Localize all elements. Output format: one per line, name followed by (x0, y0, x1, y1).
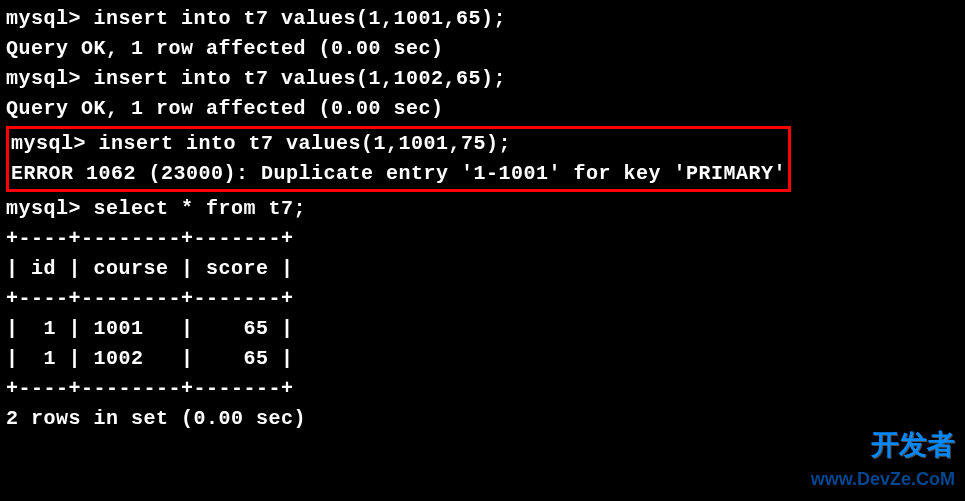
table-separator: +----+--------+-------+ (6, 224, 959, 254)
watermark: 开发者 www.DevZe.CoM (811, 424, 955, 493)
mysql-prompt: mysql> (6, 67, 94, 90)
table-row: | 1 | 1001 | 65 | (6, 314, 959, 344)
mysql-prompt: mysql> (6, 7, 94, 30)
sql-command: select * from t7; (94, 197, 307, 220)
error-highlight-box: mysql> insert into t7 values(1,1001,75);… (6, 126, 791, 192)
cmd-line-2: mysql> insert into t7 values(1,1002,65); (6, 64, 959, 94)
cmd-line-1: mysql> insert into t7 values(1,1001,65); (6, 4, 959, 34)
mysql-prompt: mysql> (6, 197, 94, 220)
result-line-1: Query OK, 1 row affected (0.00 sec) (6, 34, 959, 64)
cmd-line-3: mysql> insert into t7 values(1,1001,75); (9, 129, 788, 159)
sql-command: insert into t7 values(1,1002,65); (94, 67, 507, 90)
table-header: | id | course | score | (6, 254, 959, 284)
sql-command: insert into t7 values(1,1001,75); (99, 132, 512, 155)
result-line-2: Query OK, 1 row affected (0.00 sec) (6, 94, 959, 124)
mysql-prompt: mysql> (11, 132, 99, 155)
table-separator: +----+--------+-------+ (6, 284, 959, 314)
watermark-cn-text: 开发者 (811, 424, 955, 466)
sql-command: insert into t7 values(1,1001,65); (94, 7, 507, 30)
table-separator: +----+--------+-------+ (6, 374, 959, 404)
cmd-line-4: mysql> select * from t7; (6, 194, 959, 224)
table-row: | 1 | 1002 | 65 | (6, 344, 959, 374)
error-line: ERROR 1062 (23000): Duplicate entry '1-1… (9, 159, 788, 189)
watermark-en-text: www.DevZe.CoM (811, 466, 955, 493)
